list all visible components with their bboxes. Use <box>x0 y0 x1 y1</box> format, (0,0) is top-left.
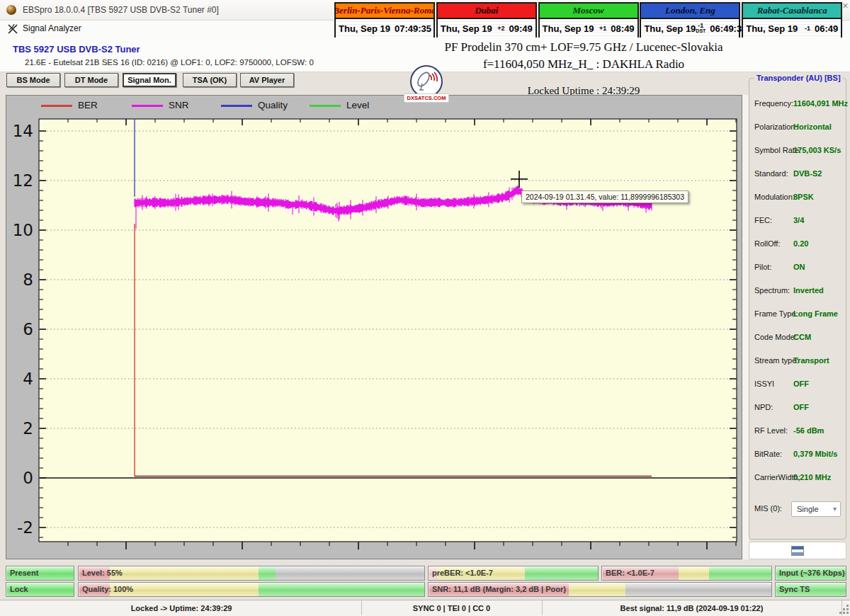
tp-value-6: 0.20 <box>793 239 808 248</box>
app-icon <box>6 5 16 15</box>
svg-text:8: 8 <box>23 270 33 289</box>
logo-text: DXSATCS.COM <box>404 93 449 103</box>
frequency-line: f=11604,050 MHz_H_ : DAKHLA Radio <box>319 57 849 72</box>
tp-label-7: Pilot: <box>754 263 771 271</box>
statusbar-uptime: Locked -> Uptime: 24:39:29 <box>1 600 362 615</box>
clock-moscow: MoscowThu, Sep 19+108:49 <box>538 2 639 38</box>
status-present: Present <box>6 566 74 581</box>
svg-text:2: 2 <box>23 419 33 438</box>
chart-tooltip: 2024-09-19 01.31.45, value: 11,899999618… <box>521 190 688 203</box>
signal-plot[interactable]: -202468101214 <box>6 95 742 559</box>
tp-label-15: BitRate: <box>754 450 782 458</box>
tp-value-9: Long Frame <box>793 309 838 318</box>
tp-label-8: Spectrum: <box>754 286 790 295</box>
tp-label-3: Standard: <box>754 169 788 178</box>
tp-value-4: 8PSK <box>793 193 814 201</box>
tp-label-1: Polarization: <box>754 122 798 131</box>
stream-list-button[interactable] <box>749 542 846 559</box>
menu-item-signal-analyzer[interactable]: Signal Analyzer <box>23 23 81 33</box>
statusbar-sync: SYNC 0 | TEI 0 | CC 0 <box>361 600 543 615</box>
satellite-info: 21.6E - Eutelsat 21B SES 16 (ID: 0216) @… <box>25 58 314 67</box>
status-snr: SNR: 11,1 dB (Margin: 3,2 dB | Poor) <box>428 582 772 597</box>
tp-value-16: 0,210 MHz <box>793 473 831 481</box>
clock-city: Moscow <box>540 4 638 19</box>
tp-value-2: 175,003 KS/s <box>793 146 841 154</box>
panel-gap <box>742 95 749 559</box>
transponder-title: Transponder (AU) [BS] <box>754 74 843 82</box>
close-icon[interactable]: ✕ <box>842 1 849 11</box>
mis-selected-value: Single <box>797 505 819 513</box>
chevron-down-icon: ▾ <box>833 502 837 516</box>
svg-text:0: 0 <box>23 469 33 487</box>
clock-time: 08:49 <box>611 23 634 34</box>
tp-value-8: Inverted <box>793 286 824 295</box>
tab-dt-mode[interactable]: DT Mode <box>64 73 118 87</box>
tp-label-4: Modulation: <box>754 193 795 201</box>
status-level: Level: 55% <box>78 566 425 581</box>
resize-grip[interactable] <box>846 612 849 614</box>
clock-city: Dubai <box>438 4 536 19</box>
statusbar-best-signal: Best signal: 11,9 dB (2024-09-19 01:22) <box>542 600 842 615</box>
tp-label-12: ISSYI <box>754 380 774 388</box>
tab-tsa-ok-[interactable]: TSA (OK) <box>183 73 237 87</box>
clock-city: Rabat-Casablanca <box>743 4 841 19</box>
satellite-dish-icon <box>7 23 18 35</box>
tp-label-13: NPD: <box>754 403 773 411</box>
logo-dish-icon <box>413 68 438 93</box>
tp-value-0: 11604,091 MHz <box>793 99 848 108</box>
svg-text:6: 6 <box>23 320 33 338</box>
clock-date: Thu, Sep 19 <box>339 23 390 34</box>
clock-offset: +1 <box>599 25 606 31</box>
tp-value-3: DVB-S2 <box>793 169 822 178</box>
status-lock: Lock <box>6 582 74 597</box>
clock-city: Berlin-Paris-Vienna-Roma <box>336 4 434 19</box>
tab-av-player[interactable]: AV Player <box>240 73 294 87</box>
clock-date: Thu, Sep 19 <box>441 23 492 34</box>
svg-text:-2: -2 <box>17 518 33 537</box>
tp-value-5: 3/4 <box>793 216 804 224</box>
svg-text:12: 12 <box>13 171 33 190</box>
tp-label-0: Frequency: <box>754 99 793 108</box>
clock-time: 06:49 <box>815 23 838 34</box>
window-title: EBSpro 18.0.0.4 [TBS 5927 USB DVB-S2 Tun… <box>23 5 219 15</box>
dxsatcs-logo: DXSATCS.COM <box>404 65 449 105</box>
tp-value-10: CCM <box>793 333 811 341</box>
dish-info-block: PF Prodelin 370 cm+ LOF=9.75 GHz / Lucen… <box>319 40 849 72</box>
mis-label: MIS (0): <box>754 504 782 513</box>
tuner-name: TBS 5927 USB DVB-S2 Tuner <box>13 44 140 55</box>
tp-label-10: Code Mode: <box>754 333 797 341</box>
tp-label-6: RollOff: <box>754 239 780 248</box>
tp-value-15: 0,379 Mbit/s <box>793 450 837 458</box>
clock-date: Thu, Sep 19 <box>644 23 696 34</box>
clock-date: Thu, Sep 19 <box>746 23 798 34</box>
status-ber: BER: <1.0E-7 <box>601 566 772 581</box>
dish-info-line: PF Prodelin 370 cm+ LOF=9.75 GHz / Lucen… <box>319 40 849 55</box>
status-input: Input (~376 Kbps) <box>775 566 846 581</box>
status-preber: preBER: <1.0E-7 <box>428 566 599 581</box>
tab-bs-mode[interactable]: BS Mode <box>6 73 60 87</box>
tp-label-9: Frame Type: <box>754 309 798 318</box>
tp-label-5: FEC: <box>754 216 772 224</box>
tab-signal-mon-[interactable]: Signal Mon. <box>123 73 176 87</box>
tp-value-11: Transport <box>793 356 829 365</box>
clock-time: 09:49 <box>509 23 533 34</box>
svg-text:10: 10 <box>13 221 33 239</box>
clock-london-eng: London, EngThu, Sep 19-1DST06:49:35 <box>640 2 740 38</box>
clock-city: London, Eng <box>641 4 739 19</box>
svg-text:4: 4 <box>23 370 33 388</box>
tp-label-11: Stream type: <box>754 356 798 365</box>
status-syncts: Sync TS <box>775 582 846 597</box>
tp-value-13: OFF <box>793 403 809 411</box>
clock-rabat-casablanca: Rabat-CasablancaThu, Sep 19-106:49 <box>742 2 842 38</box>
clock-time: 07:49:35 <box>395 23 431 34</box>
tp-value-7: ON <box>793 263 805 271</box>
clock-date: Thu, Sep 19 <box>543 23 594 34</box>
tp-value-14: -56 dBm <box>793 426 824 435</box>
stack-icon <box>791 546 804 556</box>
tp-value-1: Horizontal <box>793 122 832 131</box>
svg-text:14: 14 <box>13 122 33 140</box>
tp-value-12: OFF <box>793 380 809 388</box>
clock-offset: +2 <box>497 25 504 31</box>
clock-offset: -1 <box>805 25 810 31</box>
mis-select[interactable]: Single ▾ <box>791 501 841 517</box>
